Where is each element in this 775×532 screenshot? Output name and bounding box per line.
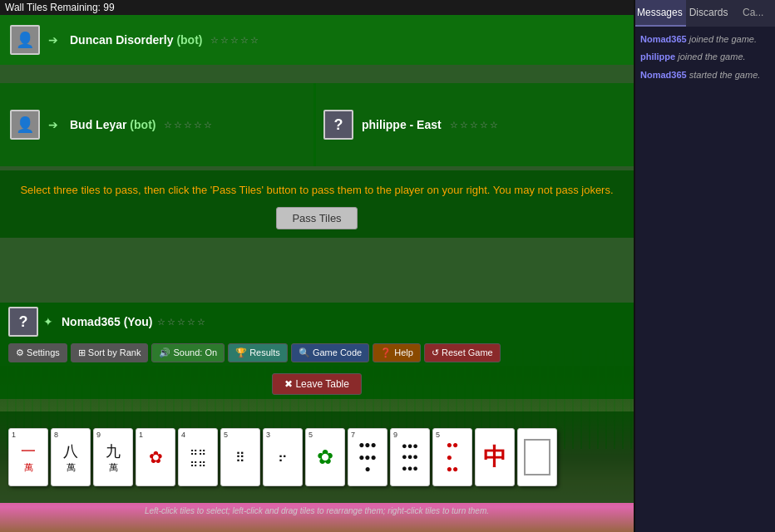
game-area: Wall Tiles Remaining: 99 👤 ➔ Duncan Diso… [0,0,634,532]
bottom-player-arrow: ✦ [43,315,53,328]
top-player-name: Duncan Disorderly (bot) [70,33,202,47]
left-player-name: Bud Leyar (bot) [70,118,155,131]
pass-tiles-button[interactable]: Pass Tiles [276,207,357,229]
chat-text-2: joined the game. [678,52,745,62]
chat-text-1: joined the game. [689,34,757,44]
bottom-player-bar: ? ✦ Nomad365 (You) ☆ ☆ ☆ ☆ ☆ ⚙ Settings … [0,303,634,399]
help-button[interactable]: ❓ Help [373,343,421,362]
tile-zhong[interactable]: 中 [475,428,515,486]
chat-user-3: Nomad365 [640,70,687,80]
left-player-stars: ☆ ☆ ☆ ☆ ☆ [164,120,212,131]
tile-hint: Left-click tiles to select; left-click a… [0,506,634,515]
top-player-area: 👤 ➔ Duncan Disorderly (bot) ☆ ☆ ☆ ☆ ☆ [0,15,634,65]
chat-message-3: Nomad365 started the game. [640,69,768,81]
wall-tiles-count: 99 [103,2,114,13]
left-player-avatar: 👤 [10,110,40,140]
settings-button[interactable]: ⚙ Settings [8,343,67,362]
leave-table-button[interactable]: ✖ Leave Table [272,373,362,395]
wall-tiles-label: Wall Tiles Remaining: [5,2,101,13]
game-code-button[interactable]: 🔍 Game Code [291,343,369,362]
panel-content: Nomad365 joined the game. philippe joine… [634,27,775,532]
sound-button[interactable]: 🔊 Sound: On [151,343,225,362]
right-player-stars: ☆ ☆ ☆ ☆ ☆ [450,120,498,131]
chat-message-2: philippe joined the game. [640,51,768,63]
tile-4-bam[interactable]: 4 ⠶⠶⠶⠶ [178,428,218,486]
tile-9-man[interactable]: 9 九 萬 [93,428,133,486]
tile-8-man[interactable]: 8 八 萬 [51,428,91,486]
sort-by-rank-button[interactable]: ⊞ Sort by Rank [71,343,149,362]
action-buttons: ⚙ Settings ⊞ Sort by Rank 🔊 Sound: On 🏆 … [8,343,501,362]
tile-5-dot-red[interactable]: 5 ●●●●● [432,428,472,486]
tile-1-man[interactable]: 1 一 萬 [8,428,48,486]
tile-9-dot[interactable]: 9 ●●●●●●●●● [390,428,430,486]
left-player-arrow: ➔ [48,118,58,131]
right-player-area: ? philippe - East ☆ ☆ ☆ ☆ ☆ [313,83,634,166]
tile-3-bam[interactable]: 3 ⠖ [263,428,303,486]
reset-game-button[interactable]: ↺ Reset Game [424,343,501,362]
tab-messages[interactable]: Messages [634,0,686,27]
chat-text-3: started the game. [689,70,761,80]
panel-tabs: Messages Discards Ca... [634,0,775,27]
bottom-player-avatar: ? [8,307,38,337]
bottom-player-stars: ☆ ☆ ☆ ☆ ☆ [157,317,205,328]
top-player-arrow: ➔ [48,33,58,47]
instruction-area: Select three tiles to pass, then click t… [0,170,634,238]
right-panel: Messages Discards Ca... Nomad365 joined … [634,0,775,532]
wall-tiles-bar: Wall Tiles Remaining: 99 [0,0,634,15]
right-player-name: philippe - East [362,118,442,131]
bottom-player-name: Nomad365 (You) [62,315,152,328]
results-button[interactable]: 🏆 Results [228,343,288,362]
top-player-avatar: 👤 [10,25,40,55]
right-player-avatar: ? [323,110,353,140]
left-player-area: 👤 ➔ Bud Leyar (bot) ☆ ☆ ☆ ☆ ☆ [0,83,316,166]
tile-5-bam[interactable]: 5 ⠿ [220,428,260,486]
chat-message-1: Nomad365 joined the game. [640,33,768,46]
tab-discards[interactable]: Discards [686,0,732,27]
chat-user-2: philippe [640,52,675,62]
tile-circle-green[interactable]: 5 ✿ [305,428,345,486]
chat-user-1: Nomad365 [640,34,687,44]
bottom-player-info: ? ✦ Nomad365 (You) ☆ ☆ ☆ ☆ ☆ [8,307,205,337]
tile-white-dragon[interactable] [517,428,557,486]
instruction-text: Select three tiles to pass, then click t… [8,182,625,199]
tile-hand: 1 一 萬 8 八 萬 9 九 萬 1 ✿ 4 ⠶⠶⠶⠶ 5 ⠿ [0,411,634,503]
panel-separator [634,0,635,532]
tile-7-dot[interactable]: 7 ●●●●●●● [348,428,388,486]
top-player-stars: ☆ ☆ ☆ ☆ ☆ [210,35,259,46]
tab-extra[interactable]: Ca... [731,0,775,27]
tile-flower-red[interactable]: 1 ✿ [136,428,175,486]
